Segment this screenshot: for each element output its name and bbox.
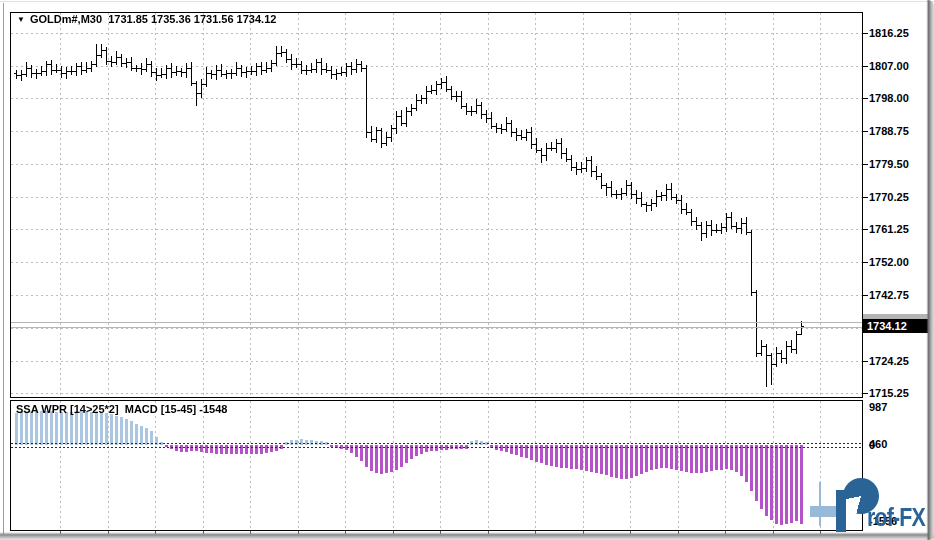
price-axis-label: 1761.25	[869, 223, 909, 235]
indicator-title-text: SSA WPR [14>25*2] MACD [15-45] -1548	[16, 403, 227, 415]
axis-tick	[863, 393, 868, 394]
price-axis-label: 1788.75	[869, 125, 909, 137]
price-axis-label: 1770.25	[869, 191, 909, 203]
price-axis-label: 1742.75	[869, 289, 909, 301]
axis-tick	[863, 262, 868, 263]
main-chart-panel	[10, 12, 863, 398]
axis-tick	[863, 229, 868, 230]
chart-title: ▼GOLDm#,M30 1731.85 1735.36 1731.56 1734…	[17, 13, 276, 25]
price-axis-label: 1807.00	[869, 60, 909, 72]
indicator-panel	[10, 400, 863, 531]
price-axis-label: 1779.50	[869, 158, 909, 170]
axis-tick	[863, 98, 868, 99]
window-frame-top	[0, 1, 934, 2]
price-axis-label: 1798.00	[869, 92, 909, 104]
indicator-level-label: 0	[869, 439, 875, 451]
axis-tick	[863, 33, 868, 34]
axis-tick	[863, 66, 868, 67]
window-frame-bottom	[0, 532, 934, 540]
dropdown-triangle-icon[interactable]: ▼	[17, 15, 25, 24]
bid-price-line	[11, 327, 862, 328]
price-axis-label: 1816.25	[869, 27, 909, 39]
logo-candle-wick	[819, 482, 821, 526]
indicator-title: SSA WPR [14>25*2] MACD [15-45] -1548	[16, 403, 227, 415]
price-axis-label: 1724.25	[869, 355, 909, 367]
indicator-axis-label: 987	[869, 401, 887, 413]
symbol-ohlc-text: GOLDm#,M30 1731.85 1735.36 1731.56 1734.…	[30, 13, 276, 25]
axis-tick	[863, 164, 868, 165]
price-chart-canvas[interactable]	[11, 13, 862, 397]
window-frame-right	[925, 0, 934, 540]
axis-tick	[863, 361, 868, 362]
logo-brand-text: rof-FX	[867, 502, 925, 533]
logo-light-bar	[810, 506, 838, 517]
axis-tick	[863, 295, 868, 296]
bid-price-badge: 1734.12	[863, 319, 931, 333]
ask-price-line	[11, 322, 862, 323]
price-axis-label: 1752.00	[869, 256, 909, 268]
axis-tick	[863, 131, 868, 132]
proffx-logo: rof-FX	[810, 474, 934, 534]
price-axis-label: 1715.25	[869, 387, 909, 399]
indicator-chart-canvas[interactable]	[11, 401, 862, 530]
terminal-window: ▼GOLDm#,M30 1731.85 1735.36 1731.56 1734…	[0, 0, 934, 540]
window-frame-left	[3, 3, 4, 535]
axis-tick	[863, 197, 868, 198]
